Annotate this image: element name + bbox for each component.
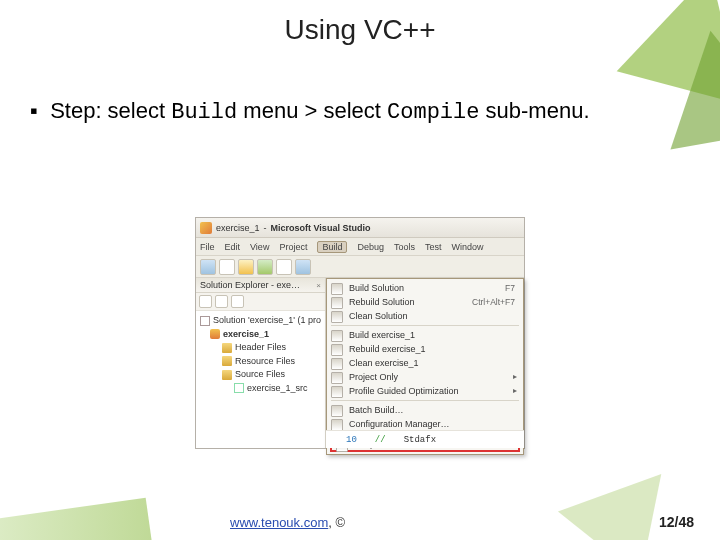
menu-item-label: Rebuild Solution <box>349 297 415 307</box>
menu-item-icon <box>331 330 343 342</box>
menu-item-icon <box>331 405 343 417</box>
menu-test[interactable]: Test <box>425 242 442 252</box>
menu-item-label: Build exercise_1 <box>349 330 415 340</box>
footer: www.tenouk.com, © <box>230 515 345 530</box>
menu-item-configuration-manager-[interactable]: Configuration Manager… <box>327 417 523 431</box>
menu-separator <box>331 400 519 401</box>
footer-link[interactable]: www.tenouk.com <box>230 515 328 530</box>
step-prefix: Step: select <box>50 98 171 123</box>
menu-item-label: Rebuild exercise_1 <box>349 344 426 354</box>
bullet-icon: ▪ <box>30 96 44 126</box>
menu-item-label: Batch Build… <box>349 405 404 415</box>
menu-separator <box>331 325 519 326</box>
menu-item-icon <box>331 344 343 356</box>
vs-screenshot: exercise_1 - Microsoft Visual Studio Fil… <box>195 217 525 449</box>
tree-project[interactable]: exercise_1 <box>200 328 321 342</box>
toolbar-btn[interactable] <box>200 259 216 275</box>
close-icon[interactable]: × <box>316 281 321 290</box>
vs-toolbar <box>196 256 524 278</box>
menu-item-icon <box>331 297 343 309</box>
solution-tree: Solution 'exercise_1' (1 pro exercise_1 … <box>196 311 325 398</box>
menu-item-icon <box>331 311 343 323</box>
slide-title: Using VC++ <box>0 14 720 46</box>
menu-item-icon <box>331 283 343 295</box>
explorer-title-text: Solution Explorer - exe… <box>200 280 300 290</box>
vs-title-project: exercise_1 <box>216 223 260 233</box>
menu-item-label: Clean Solution <box>349 311 408 321</box>
tree-solution[interactable]: Solution 'exercise_1' (1 pro <box>200 314 321 328</box>
menu-item-label: Build Solution <box>349 283 404 293</box>
step-code-compile: Compile <box>387 100 479 125</box>
menu-item-icon <box>331 358 343 370</box>
menu-view[interactable]: View <box>250 242 269 252</box>
menu-tools[interactable]: Tools <box>394 242 415 252</box>
step-code-build: Build <box>171 100 237 125</box>
explorer-toolbar <box>196 293 325 311</box>
menu-item-rebuild-exercise-1[interactable]: Rebuild exercise_1 <box>327 342 523 356</box>
menu-item-profile-guided-optimization[interactable]: Profile Guided Optimization <box>327 384 523 398</box>
step-suffix: sub-menu. <box>479 98 589 123</box>
menu-item-label: Configuration Manager… <box>349 419 450 429</box>
menu-project[interactable]: Project <box>279 242 307 252</box>
tree-source-file[interactable]: exercise_1_src <box>200 382 321 396</box>
toolbar-btn[interactable] <box>231 295 244 308</box>
menu-file[interactable]: File <box>200 242 215 252</box>
menu-item-build-exercise-1[interactable]: Build exercise_1 <box>327 328 523 342</box>
folder-icon <box>222 356 232 366</box>
vs-app-icon <box>200 222 212 234</box>
toolbar-btn[interactable] <box>219 259 235 275</box>
code-preview: 10 // Stdafx <box>326 430 524 448</box>
decor-stripe-bottom <box>0 498 153 540</box>
line-number: 10 <box>346 435 357 445</box>
step-text: ▪ Step: select Build menu > select Compi… <box>30 96 690 128</box>
build-dropdown: Build SolutionF7Rebuild SolutionCtrl+Alt… <box>326 278 524 455</box>
toolbar-btn[interactable] <box>295 259 311 275</box>
menu-item-icon <box>331 386 343 398</box>
editor-area: Build SolutionF7Rebuild SolutionCtrl+Alt… <box>326 278 524 448</box>
menu-item-label: Project Only <box>349 372 398 382</box>
toolbar-btn[interactable] <box>215 295 228 308</box>
footer-copyright: , © <box>328 515 345 530</box>
tree-folder-header[interactable]: Header Files <box>200 341 321 355</box>
vs-title-app: Microsoft Visual Studio <box>271 223 371 233</box>
cpp-file-icon <box>234 383 244 393</box>
tree-folder-source[interactable]: Source Files <box>200 368 321 382</box>
project-icon <box>210 329 220 339</box>
tree-folder-resource[interactable]: Resource Files <box>200 355 321 369</box>
menu-item-clean-solution[interactable]: Clean Solution <box>327 309 523 323</box>
solution-icon <box>200 316 210 326</box>
decor-triangle-bottom <box>558 474 692 540</box>
menu-item-rebuild-solution[interactable]: Rebuild SolutionCtrl+Alt+F7 <box>327 295 523 309</box>
menu-item-label: Clean exercise_1 <box>349 358 419 368</box>
explorer-title: Solution Explorer - exe… × <box>196 278 325 293</box>
folder-icon <box>222 343 232 353</box>
code-word: Stdafx <box>404 435 436 445</box>
menu-item-clean-exercise-1[interactable]: Clean exercise_1 <box>327 356 523 370</box>
page-number: 12/48 <box>659 514 694 530</box>
toolbar-btn[interactable] <box>238 259 254 275</box>
folder-icon <box>222 370 232 380</box>
toolbar-btn[interactable] <box>257 259 273 275</box>
menu-edit[interactable]: Edit <box>225 242 241 252</box>
menu-item-shortcut: Ctrl+Alt+F7 <box>472 297 515 307</box>
toolbar-btn[interactable] <box>276 259 292 275</box>
vs-menubar: File Edit View Project Build Debug Tools… <box>196 238 524 256</box>
vs-titlebar: exercise_1 - Microsoft Visual Studio <box>196 218 524 238</box>
menu-item-shortcut: F7 <box>505 283 515 293</box>
step-mid: menu > select <box>237 98 387 123</box>
menu-window[interactable]: Window <box>451 242 483 252</box>
menu-item-label: Profile Guided Optimization <box>349 386 459 396</box>
toolbar-btn[interactable] <box>199 295 212 308</box>
solution-explorer: Solution Explorer - exe… × Solution 'exe… <box>196 278 326 448</box>
comment-token: // <box>375 435 386 445</box>
menu-item-batch-build-[interactable]: Batch Build… <box>327 403 523 417</box>
menu-item-build-solution[interactable]: Build SolutionF7 <box>327 281 523 295</box>
menu-build[interactable]: Build <box>317 241 347 253</box>
menu-item-project-only[interactable]: Project Only <box>327 370 523 384</box>
menu-item-icon <box>331 372 343 384</box>
menu-debug[interactable]: Debug <box>357 242 384 252</box>
decor-triangle-top2 <box>651 20 720 149</box>
